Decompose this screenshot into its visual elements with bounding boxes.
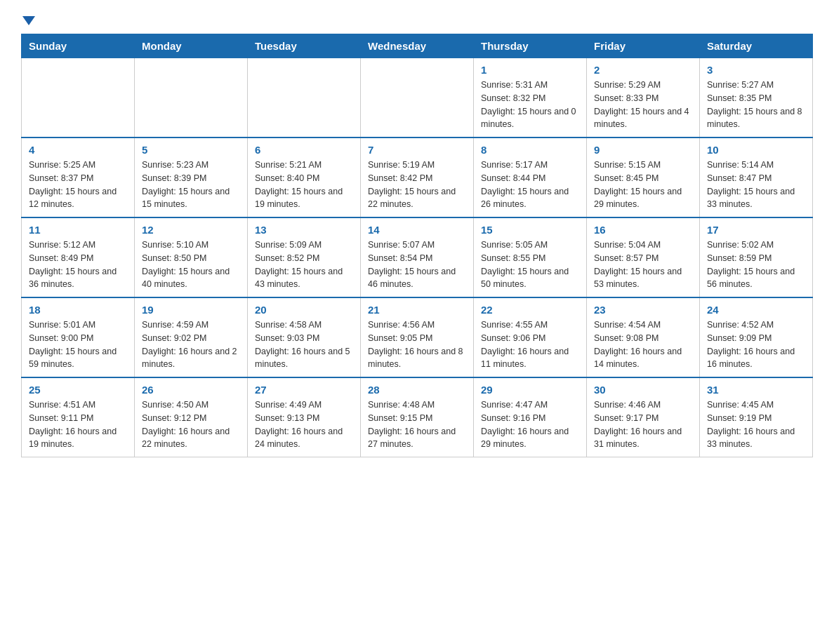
day-info: Sunrise: 5:07 AMSunset: 8:54 PMDaylight:…: [368, 239, 466, 291]
day-number: 19: [142, 304, 240, 316]
day-info: Sunrise: 5:10 AMSunset: 8:50 PMDaylight:…: [142, 239, 240, 291]
day-number: 14: [368, 224, 466, 236]
calendar-week-row: 4Sunrise: 5:25 AMSunset: 8:37 PMDaylight…: [22, 137, 813, 217]
day-number: 20: [255, 304, 353, 316]
day-info: Sunrise: 5:23 AMSunset: 8:39 PMDaylight:…: [142, 159, 240, 211]
calendar-day-cell: 21Sunrise: 4:56 AMSunset: 9:05 PMDayligh…: [361, 297, 474, 377]
day-info: Sunrise: 4:46 AMSunset: 9:17 PMDaylight:…: [594, 398, 692, 451]
day-number: 13: [255, 224, 353, 236]
day-number: 27: [255, 384, 353, 396]
day-number: 16: [594, 224, 692, 236]
day-info: Sunrise: 4:49 AMSunset: 9:13 PMDaylight:…: [255, 398, 353, 451]
calendar-day-cell: [135, 58, 248, 138]
weekday-header-saturday: Saturday: [700, 34, 813, 58]
weekday-header-monday: Monday: [135, 34, 248, 58]
day-number: 8: [481, 144, 579, 156]
day-info: Sunrise: 4:50 AMSunset: 9:12 PMDaylight:…: [142, 398, 240, 451]
day-info: Sunrise: 4:51 AMSunset: 9:11 PMDaylight:…: [29, 398, 127, 451]
day-info: Sunrise: 5:21 AMSunset: 8:40 PMDaylight:…: [255, 159, 353, 211]
day-number: 22: [481, 304, 579, 316]
day-info: Sunrise: 5:17 AMSunset: 8:44 PMDaylight:…: [481, 159, 579, 211]
calendar-day-cell: 18Sunrise: 5:01 AMSunset: 9:00 PMDayligh…: [22, 297, 135, 377]
calendar-day-cell: 19Sunrise: 4:59 AMSunset: 9:02 PMDayligh…: [135, 297, 248, 377]
day-number: 4: [29, 144, 127, 156]
calendar-day-cell: [248, 58, 361, 138]
weekday-header-tuesday: Tuesday: [248, 34, 361, 58]
calendar-week-row: 25Sunrise: 4:51 AMSunset: 9:11 PMDayligh…: [22, 377, 813, 457]
calendar-day-cell: 17Sunrise: 5:02 AMSunset: 8:59 PMDayligh…: [700, 217, 813, 297]
weekday-header-wednesday: Wednesday: [361, 34, 474, 58]
calendar-day-cell: 4Sunrise: 5:25 AMSunset: 8:37 PMDaylight…: [22, 137, 135, 217]
calendar-day-cell: 8Sunrise: 5:17 AMSunset: 8:44 PMDaylight…: [474, 137, 587, 217]
calendar-day-cell: 9Sunrise: 5:15 AMSunset: 8:45 PMDaylight…: [587, 137, 700, 217]
calendar-day-cell: 3Sunrise: 5:27 AMSunset: 8:35 PMDaylight…: [700, 58, 813, 138]
calendar-header-row: SundayMondayTuesdayWednesdayThursdayFrid…: [22, 34, 813, 58]
day-info: Sunrise: 5:05 AMSunset: 8:55 PMDaylight:…: [481, 239, 579, 291]
logo-triangle-icon: [22, 16, 35, 25]
calendar-day-cell: 13Sunrise: 5:09 AMSunset: 8:52 PMDayligh…: [248, 217, 361, 297]
day-number: 7: [368, 144, 466, 156]
day-number: 28: [368, 384, 466, 396]
calendar-day-cell: 29Sunrise: 4:47 AMSunset: 9:16 PMDayligh…: [474, 377, 587, 457]
day-number: 21: [368, 304, 466, 316]
day-number: 30: [594, 384, 692, 396]
day-info: Sunrise: 5:27 AMSunset: 8:35 PMDaylight:…: [707, 79, 805, 131]
calendar-day-cell: [22, 58, 135, 138]
day-info: Sunrise: 5:25 AMSunset: 8:37 PMDaylight:…: [29, 159, 127, 211]
calendar-day-cell: 27Sunrise: 4:49 AMSunset: 9:13 PMDayligh…: [248, 377, 361, 457]
weekday-header-thursday: Thursday: [474, 34, 587, 58]
day-info: Sunrise: 4:52 AMSunset: 9:09 PMDaylight:…: [707, 318, 805, 371]
logo: [21, 14, 35, 27]
calendar-day-cell: 20Sunrise: 4:58 AMSunset: 9:03 PMDayligh…: [248, 297, 361, 377]
calendar-week-row: 1Sunrise: 5:31 AMSunset: 8:32 PMDaylight…: [22, 58, 813, 138]
calendar-day-cell: 10Sunrise: 5:14 AMSunset: 8:47 PMDayligh…: [700, 137, 813, 217]
day-info: Sunrise: 5:12 AMSunset: 8:49 PMDaylight:…: [29, 239, 127, 291]
calendar-week-row: 11Sunrise: 5:12 AMSunset: 8:49 PMDayligh…: [22, 217, 813, 297]
day-info: Sunrise: 4:48 AMSunset: 9:15 PMDaylight:…: [368, 398, 466, 451]
day-info: Sunrise: 5:01 AMSunset: 9:00 PMDaylight:…: [29, 318, 127, 371]
day-info: Sunrise: 5:19 AMSunset: 8:42 PMDaylight:…: [368, 159, 466, 211]
calendar-day-cell: 22Sunrise: 4:55 AMSunset: 9:06 PMDayligh…: [474, 297, 587, 377]
calendar-day-cell: 2Sunrise: 5:29 AMSunset: 8:33 PMDaylight…: [587, 58, 700, 138]
calendar-day-cell: 15Sunrise: 5:05 AMSunset: 8:55 PMDayligh…: [474, 217, 587, 297]
day-number: 17: [707, 224, 805, 236]
calendar-day-cell: 5Sunrise: 5:23 AMSunset: 8:39 PMDaylight…: [135, 137, 248, 217]
weekday-header-sunday: Sunday: [22, 34, 135, 58]
day-number: 18: [29, 304, 127, 316]
day-number: 9: [594, 144, 692, 156]
calendar-day-cell: 14Sunrise: 5:07 AMSunset: 8:54 PMDayligh…: [361, 217, 474, 297]
calendar-day-cell: 1Sunrise: 5:31 AMSunset: 8:32 PMDaylight…: [474, 58, 587, 138]
day-number: 2: [594, 64, 692, 76]
day-number: 1: [481, 64, 579, 76]
day-info: Sunrise: 4:54 AMSunset: 9:08 PMDaylight:…: [594, 318, 692, 371]
day-number: 12: [142, 224, 240, 236]
calendar-day-cell: 7Sunrise: 5:19 AMSunset: 8:42 PMDaylight…: [361, 137, 474, 217]
day-number: 15: [481, 224, 579, 236]
day-number: 24: [707, 304, 805, 316]
day-info: Sunrise: 4:58 AMSunset: 9:03 PMDaylight:…: [255, 318, 353, 371]
day-info: Sunrise: 5:31 AMSunset: 8:32 PMDaylight:…: [481, 79, 579, 131]
day-number: 3: [707, 64, 805, 76]
day-info: Sunrise: 5:14 AMSunset: 8:47 PMDaylight:…: [707, 159, 805, 211]
calendar-day-cell: [361, 58, 474, 138]
day-info: Sunrise: 5:04 AMSunset: 8:57 PMDaylight:…: [594, 239, 692, 291]
day-number: 5: [142, 144, 240, 156]
calendar-day-cell: 24Sunrise: 4:52 AMSunset: 9:09 PMDayligh…: [700, 297, 813, 377]
day-info: Sunrise: 5:02 AMSunset: 8:59 PMDaylight:…: [707, 239, 805, 291]
calendar-day-cell: 6Sunrise: 5:21 AMSunset: 8:40 PMDaylight…: [248, 137, 361, 217]
calendar-table: SundayMondayTuesdayWednesdayThursdayFrid…: [21, 34, 813, 457]
day-number: 25: [29, 384, 127, 396]
page-header: [21, 14, 813, 27]
day-number: 10: [707, 144, 805, 156]
day-info: Sunrise: 5:09 AMSunset: 8:52 PMDaylight:…: [255, 239, 353, 291]
day-info: Sunrise: 5:29 AMSunset: 8:33 PMDaylight:…: [594, 79, 692, 131]
day-number: 11: [29, 224, 127, 236]
day-info: Sunrise: 4:47 AMSunset: 9:16 PMDaylight:…: [481, 398, 579, 451]
calendar-day-cell: 16Sunrise: 5:04 AMSunset: 8:57 PMDayligh…: [587, 217, 700, 297]
day-number: 6: [255, 144, 353, 156]
calendar-day-cell: 26Sunrise: 4:50 AMSunset: 9:12 PMDayligh…: [135, 377, 248, 457]
calendar-day-cell: 23Sunrise: 4:54 AMSunset: 9:08 PMDayligh…: [587, 297, 700, 377]
calendar-day-cell: 25Sunrise: 4:51 AMSunset: 9:11 PMDayligh…: [22, 377, 135, 457]
day-number: 26: [142, 384, 240, 396]
weekday-header-friday: Friday: [587, 34, 700, 58]
